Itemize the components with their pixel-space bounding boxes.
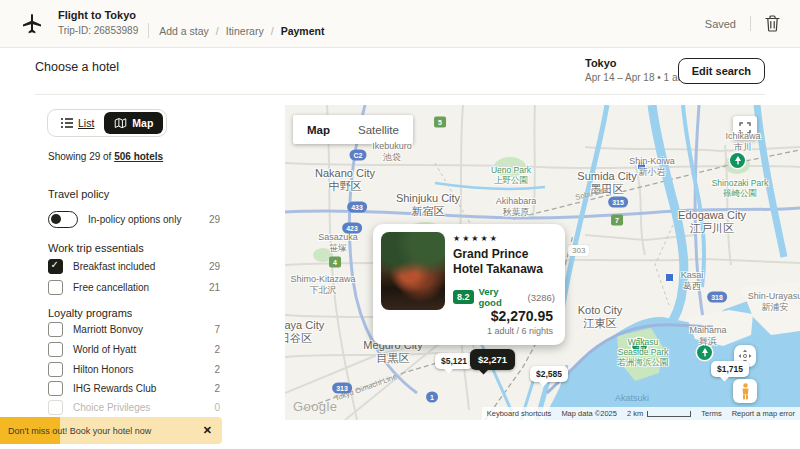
hilton-label: Hilton Honors bbox=[73, 364, 204, 375]
map-label-koto: Koto City江東区 bbox=[578, 304, 623, 330]
trip-id: Trip-ID: 26853989 bbox=[58, 25, 138, 36]
scale-control: 2 km bbox=[622, 407, 696, 420]
hilton-count: 2 bbox=[214, 364, 220, 375]
map-label-akatsuki: Akatsuki bbox=[615, 393, 649, 404]
road-shield: 4 bbox=[329, 257, 341, 268]
breadcrumb-itinerary[interactable]: Itinerary bbox=[226, 25, 264, 37]
free-cancellation-checkbox[interactable] bbox=[48, 280, 63, 295]
divider bbox=[750, 16, 751, 31]
scale-bar bbox=[647, 411, 691, 417]
map-label-akihabara: Akihabara秋葉原 bbox=[496, 196, 537, 217]
map-label-ueno-park: Ueno Park上野公園 bbox=[491, 165, 531, 185]
delete-trip-button[interactable] bbox=[765, 15, 780, 32]
road-shield: 318 bbox=[707, 292, 727, 303]
keyboard-shortcuts-link[interactable]: Keyboard shortcuts bbox=[482, 407, 557, 420]
saved-status: Saved bbox=[705, 18, 736, 30]
price-marker[interactable]: $1,715 bbox=[711, 361, 749, 377]
hyatt-checkbox[interactable] bbox=[48, 342, 63, 357]
ihg-label: IHG Rewards Club bbox=[73, 383, 204, 394]
map-label-nakano: Nakano City中野区 bbox=[315, 167, 375, 193]
breadcrumb: Add a stay / Itinerary / Payment bbox=[159, 25, 324, 37]
rating-badge: 8.2 bbox=[453, 290, 474, 304]
marriott-checkbox[interactable] bbox=[48, 322, 63, 337]
topbar: Flight to Tokyo Trip-ID: 26853989 Add a … bbox=[0, 0, 800, 48]
hilton-checkbox[interactable] bbox=[48, 362, 63, 377]
rating-label: Very good bbox=[479, 286, 523, 308]
edit-search-button[interactable]: Edit search bbox=[678, 58, 765, 84]
map-label-shinozaki-park: Shinozaki Park篠崎公園 bbox=[712, 178, 769, 198]
map-view-button[interactable]: Map bbox=[104, 112, 163, 134]
filter-row-free-cancellation: Free cancellation 21 bbox=[48, 280, 220, 295]
hotel-photo bbox=[381, 232, 445, 310]
results-count: Showing 29 of 506 hotels bbox=[48, 151, 163, 162]
map-canvas[interactable]: Map Satellite Ikebukuro池袋 Nakano City中野区… bbox=[285, 105, 800, 420]
list-icon bbox=[61, 118, 73, 128]
map-type-map[interactable]: Map bbox=[293, 124, 344, 136]
banner-close-button[interactable]: ✕ bbox=[201, 424, 214, 437]
in-policy-label: In-policy options only bbox=[88, 214, 199, 225]
hotel-info-card[interactable]: ★★★★★ Grand Prince Hotel Takanawa 8.2 Ve… bbox=[373, 224, 565, 345]
breakfast-count: 29 bbox=[209, 261, 220, 272]
map-label-ichikawa: Ichikawa市川 bbox=[725, 131, 760, 152]
breadcrumb-separator: / bbox=[216, 25, 219, 37]
road-shield: 7 bbox=[611, 215, 623, 226]
results-link[interactable]: 506 hotels bbox=[114, 151, 163, 162]
map-label-shin-urayasu: Shin-Urayasu新浦安 bbox=[748, 291, 800, 312]
free-cancellation-label: Free cancellation bbox=[73, 282, 199, 293]
filter-row-ihg: IHG Rewards Club 2 bbox=[48, 381, 220, 396]
price-marker[interactable]: $5,121 bbox=[435, 353, 473, 369]
hotel-price-note: 1 adult / 6 nights bbox=[487, 326, 553, 336]
hyatt-label: World of Hyatt bbox=[73, 344, 204, 355]
map-label-maihama: Maihama舞浜 bbox=[689, 325, 726, 346]
essentials-heading: Work trip essentials bbox=[48, 242, 144, 254]
road-shield: 423 bbox=[342, 223, 362, 234]
list-view-label: List bbox=[78, 117, 94, 129]
terms-link[interactable]: Terms bbox=[696, 407, 726, 420]
results-prefix: Showing 29 of bbox=[48, 151, 111, 162]
hotel-name: Grand Prince Hotel Takanawa bbox=[453, 247, 555, 277]
breakfast-checkbox[interactable] bbox=[48, 259, 63, 274]
filter-row-choice: Choice Privileges 0 bbox=[48, 400, 220, 415]
breadcrumb-payment[interactable]: Payment bbox=[281, 25, 325, 37]
hotel-price: $2,270.95 bbox=[487, 308, 553, 324]
map-label-shinjuku: Shinjuku City新宿区 bbox=[396, 192, 460, 218]
price-marker[interactable]: $2,585 bbox=[530, 366, 568, 382]
ihg-checkbox[interactable] bbox=[48, 381, 63, 396]
in-policy-toggle[interactable] bbox=[48, 211, 78, 228]
toggle-knob bbox=[51, 214, 61, 224]
trip-block: Flight to Tokyo Trip-ID: 26853989 Add a … bbox=[58, 9, 324, 38]
hotel-stars: ★★★★★ bbox=[453, 234, 555, 243]
loyalty-heading: Loyalty programs bbox=[48, 307, 132, 319]
station-icon bbox=[665, 273, 674, 282]
road-shield: 315 bbox=[608, 197, 628, 208]
road-shield: 1 bbox=[426, 392, 438, 403]
map-type-control: Map Satellite bbox=[293, 115, 413, 144]
report-map-error-link[interactable]: Report a map error bbox=[727, 407, 800, 420]
divider bbox=[148, 23, 149, 38]
promo-banner-text: Don't miss out! Book your hotel now bbox=[8, 426, 201, 436]
marriott-label: Marriott Bonvoy bbox=[73, 324, 204, 335]
review-count: (3286) bbox=[528, 292, 555, 303]
street-view-pegman-button[interactable] bbox=[733, 379, 757, 403]
map-label-kasai: Kasai葛西 bbox=[681, 270, 704, 291]
airplane-icon bbox=[20, 12, 44, 36]
breadcrumb-add-a-stay[interactable]: Add a stay bbox=[159, 25, 209, 37]
road-shield: 313 bbox=[332, 383, 352, 394]
free-cancellation-count: 21 bbox=[209, 282, 220, 293]
road-shield: 5 bbox=[434, 117, 446, 128]
choice-checkbox bbox=[48, 400, 63, 415]
breadcrumb-separator: / bbox=[271, 25, 274, 37]
trash-icon bbox=[765, 15, 780, 32]
road-shield: 433 bbox=[347, 202, 367, 213]
map-type-satellite[interactable]: Satellite bbox=[344, 124, 413, 136]
in-policy-count: 29 bbox=[209, 214, 220, 225]
road-shield: C2 bbox=[350, 150, 367, 161]
list-view-button[interactable]: List bbox=[51, 112, 104, 134]
map-label-shin-koiwa: Shin-Koiwa新小岩 bbox=[629, 156, 675, 177]
road-number-box: 303 bbox=[568, 245, 589, 256]
park-marker-icon bbox=[697, 345, 712, 360]
pegman-icon bbox=[740, 383, 751, 400]
hyatt-count: 2 bbox=[214, 344, 220, 355]
map-view-label: Map bbox=[132, 117, 153, 129]
price-marker-selected[interactable]: $2,271 bbox=[470, 349, 515, 370]
